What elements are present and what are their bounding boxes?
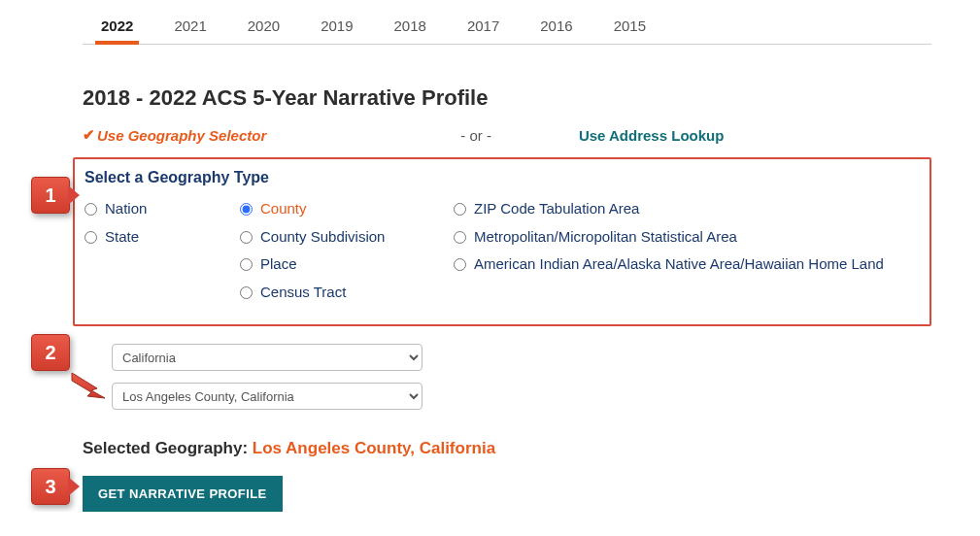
radio-county-subdivision-label: County Subdivision (260, 226, 385, 249)
geography-selects: California Los Angeles County, Californi… (112, 344, 931, 410)
step-2-badge: 2 (31, 334, 70, 371)
tab-2022[interactable]: 2022 (97, 10, 137, 44)
radio-place-input[interactable] (240, 258, 253, 271)
tab-2016[interactable]: 2016 (536, 10, 576, 44)
tab-2015[interactable]: 2015 (610, 10, 650, 44)
radio-nation[interactable]: Nation (84, 198, 220, 220)
radio-zcta-input[interactable] (454, 203, 466, 216)
radio-zcta-label: ZIP Code Tabulation Area (474, 198, 639, 220)
step-3-badge: 3 (31, 468, 70, 505)
radio-census-tract[interactable]: Census Tract (240, 282, 434, 304)
radio-metro-label: Metropolitan/Micropolitan Statistical Ar… (474, 226, 737, 249)
use-geography-selector-link[interactable]: ✔ Use Geography Selector (83, 126, 266, 144)
radio-aian[interactable]: American Indian Area/Alaska Native Area/… (454, 253, 918, 276)
get-narrative-profile-button[interactable]: GET NARRATIVE PROFILE (83, 476, 283, 512)
radio-aian-input[interactable] (454, 258, 466, 271)
use-address-lookup-link[interactable]: Use Address Lookup (579, 127, 724, 144)
selected-geography-label: Selected Geography: (83, 439, 253, 457)
radio-nation-label: Nation (105, 198, 147, 220)
selected-geography-line: Selected Geography: Los Angeles County, … (83, 439, 931, 458)
year-tabs: 2022 2021 2020 2019 2018 2017 2016 2015 (83, 10, 931, 45)
or-label: - or - (460, 127, 491, 144)
radio-state[interactable]: State (84, 226, 220, 249)
radio-census-tract-label: Census Tract (260, 282, 346, 304)
tab-2017[interactable]: 2017 (463, 10, 503, 44)
page-title: 2018 - 2022 ACS 5-Year Narrative Profile (83, 85, 931, 111)
radio-metro-input[interactable] (454, 231, 466, 244)
radio-zcta[interactable]: ZIP Code Tabulation Area (454, 198, 918, 220)
radio-county[interactable]: County (240, 198, 434, 220)
state-select[interactable]: California (112, 344, 422, 371)
radio-aian-label: American Indian Area/Alaska Native Area/… (474, 253, 884, 276)
selected-geography-value: Los Angeles County, California (253, 439, 495, 457)
radio-census-tract-input[interactable] (240, 286, 253, 299)
radio-state-input[interactable] (84, 231, 97, 244)
radio-county-label: County (260, 198, 307, 220)
check-icon: ✔ (83, 126, 95, 144)
geography-type-box: Select a Geography Type Nation State Cou… (73, 157, 931, 326)
radio-nation-input[interactable] (84, 203, 97, 216)
method-row: ✔ Use Geography Selector - or - Use Addr… (83, 126, 931, 144)
step-1-badge: 1 (31, 177, 70, 214)
radio-state-label: State (105, 226, 139, 249)
radio-place[interactable]: Place (240, 253, 434, 276)
geography-type-heading: Select a Geography Type (84, 169, 918, 186)
tab-2020[interactable]: 2020 (244, 10, 284, 44)
arrow-icon (70, 371, 111, 400)
radio-county-subdivision-input[interactable] (240, 231, 253, 244)
radio-metro[interactable]: Metropolitan/Micropolitan Statistical Ar… (454, 226, 918, 249)
county-select[interactable]: Los Angeles County, California (112, 383, 422, 410)
tab-2019[interactable]: 2019 (317, 10, 356, 44)
radio-place-label: Place (260, 253, 297, 276)
radio-county-input[interactable] (240, 203, 253, 216)
geo-selector-label: Use Geography Selector (97, 127, 266, 144)
tab-2021[interactable]: 2021 (170, 10, 210, 44)
radio-county-subdivision[interactable]: County Subdivision (240, 226, 434, 249)
tab-2018[interactable]: 2018 (390, 10, 430, 44)
